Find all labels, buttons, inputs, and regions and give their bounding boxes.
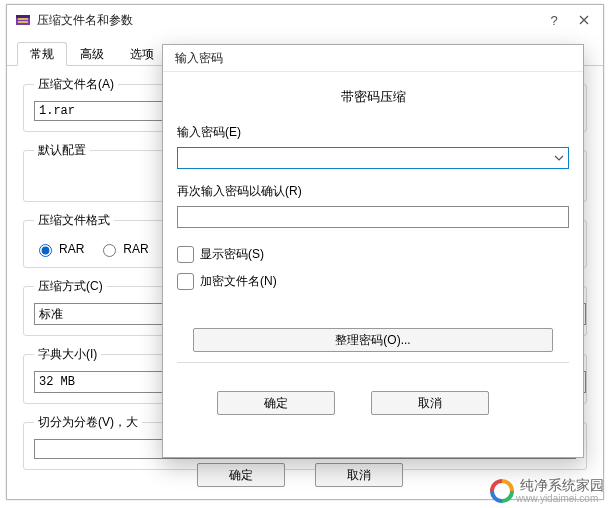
show-password-checkbox[interactable]: 显示密码(S) (177, 246, 569, 263)
tab-options[interactable]: 选项 (117, 42, 167, 66)
svg-rect-2 (18, 18, 28, 20)
svg-rect-1 (16, 15, 30, 18)
enter-password-label: 输入密码(E) (177, 124, 569, 141)
split-volume-label: 切分为分卷(V)，大 (34, 414, 142, 431)
chevron-down-icon[interactable] (551, 150, 567, 166)
password-input[interactable] (177, 147, 569, 169)
child-ok-button[interactable]: 确定 (217, 391, 335, 415)
child-body: 带密码压缩 输入密码(E) 再次输入密码以确认(R) 显示密码(S) 加密文件名… (163, 72, 583, 429)
child-titlebar: 输入密码 (163, 45, 583, 72)
password-dialog: 输入密码 带密码压缩 输入密码(E) 再次输入密码以确认(R) 显示密码(S) … (162, 44, 584, 458)
parent-titlebar: 压缩文件名和参数 ? (7, 5, 603, 35)
watermark-brand: 纯净系统家园 (520, 478, 604, 493)
parent-cancel-button[interactable]: 取消 (315, 463, 403, 487)
child-footer: 确定 取消 (177, 381, 569, 429)
watermark: 纯净系统家园 www.yidaimei.com (490, 478, 604, 504)
child-section-heading: 带密码压缩 (177, 88, 569, 106)
svg-rect-3 (18, 21, 28, 23)
format-rar5-radio[interactable]: RAR (98, 241, 148, 257)
child-title: 输入密码 (171, 50, 579, 67)
encrypt-filenames-checkbox[interactable]: 加密文件名(N) (177, 273, 569, 290)
close-button[interactable] (569, 8, 599, 32)
child-cancel-button[interactable]: 取消 (371, 391, 489, 415)
organize-passwords-button[interactable]: 整理密码(O)... (193, 328, 553, 352)
archive-format-label: 压缩文件格式 (34, 212, 114, 229)
watermark-logo-icon (490, 479, 514, 503)
dictionary-size-label: 字典大小(I) (34, 346, 101, 363)
tab-general[interactable]: 常规 (17, 42, 67, 66)
tab-advanced[interactable]: 高级 (67, 42, 117, 66)
parent-ok-button[interactable]: 确定 (197, 463, 285, 487)
format-rar-radio[interactable]: RAR (34, 241, 84, 257)
archive-name-label: 压缩文件名(A) (34, 76, 118, 93)
divider (177, 362, 569, 363)
password-combo[interactable] (177, 147, 569, 169)
help-button[interactable]: ? (539, 8, 569, 32)
watermark-url: www.yidaimei.com (516, 493, 604, 504)
password-confirm-input[interactable] (177, 206, 569, 228)
default-profile-label: 默认配置 (34, 142, 90, 159)
parent-title: 压缩文件名和参数 (37, 12, 539, 29)
reenter-password-label: 再次输入密码以确认(R) (177, 183, 569, 200)
winrar-icon (15, 12, 31, 28)
compression-method-label: 压缩方式(C) (34, 278, 107, 295)
